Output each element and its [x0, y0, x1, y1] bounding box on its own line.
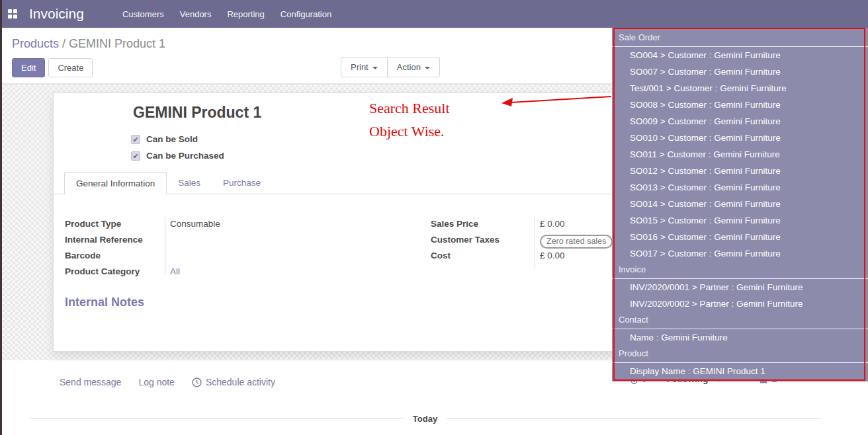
field-group-left: Product TypeConsumableInternal Reference… [65, 219, 343, 282]
field-label: Internal Reference [65, 235, 165, 245]
dropdown-result-item[interactable]: Name : Gemini Furniture [612, 329, 868, 346]
print-button[interactable]: Print [341, 57, 388, 77]
dropdown-result-item[interactable]: SO011 > Customer : Gemini Furniture [612, 146, 868, 163]
dropdown-section-sale-order: Sale Order [612, 30, 868, 47]
dropdown-result-item[interactable]: INV/2020/0002 > Partner : Gemini Furnitu… [612, 296, 868, 312]
today-label: Today [413, 414, 437, 424]
schedule-activity-button[interactable]: Schedule activity [192, 377, 275, 387]
log-note-button[interactable]: Log note [138, 377, 175, 387]
field-label: Customer Taxes [431, 235, 535, 245]
field-value: £ 0.00 [535, 219, 565, 229]
checkbox-label: Can be Purchased [146, 151, 224, 161]
field-value: Consumable [165, 219, 220, 229]
dropdown-section-product: Product [612, 346, 868, 363]
action-caret-icon [425, 67, 430, 69]
search-results-dropdown: Sale OrderSO004 > Customer : Gemini Furn… [612, 28, 868, 381]
tax-badge: Zero rated sales [540, 235, 613, 249]
breadcrumb-products-link[interactable]: Products [12, 37, 59, 50]
today-divider: Today [30, 414, 820, 424]
dropdown-result-item[interactable]: INV/2020/0001 > Partner : Gemini Furnitu… [612, 279, 868, 296]
nav-menu-customers[interactable]: Customers [122, 9, 164, 19]
app-brand[interactable]: Invoicing [29, 6, 84, 22]
field-value: £ 0.00 [535, 251, 565, 260]
action-button[interactable]: Action [387, 57, 440, 77]
nav-menu-reporting[interactable]: Reporting [227, 9, 264, 19]
field-value[interactable]: All [165, 266, 180, 276]
schedule-clock-icon [192, 377, 202, 387]
field-value: Zero rated sales [535, 235, 613, 249]
checkbox-row: ✔Can be Sold [131, 134, 198, 144]
app-window: Invoicing CustomersVendorsReportingConfi… [0, 0, 868, 435]
tab-purchase[interactable]: Purchase [212, 172, 272, 194]
field-label: Product Type [65, 219, 165, 229]
dropdown-result-item[interactable]: Display Name : GEMINI Product 1 [612, 363, 868, 379]
field-label: Product Category [65, 266, 165, 276]
chatter-actions: Send message Log note Schedule activity [60, 377, 275, 387]
breadcrumb: Products / GEMINI Product 1 [12, 37, 165, 51]
print-caret-icon [372, 67, 378, 69]
tab-general-information[interactable]: General Information [64, 172, 167, 194]
checkbox-row: ✔Can be Purchased [131, 151, 224, 161]
tab-sales[interactable]: Sales [167, 172, 212, 194]
dropdown-result-item[interactable]: SO008 > Customer : Gemini Furniture [612, 97, 868, 113]
dropdown-section-contact: Contact [612, 312, 868, 329]
top-navbar: Invoicing CustomersVendorsReportingConfi… [0, 0, 868, 28]
dropdown-result-item[interactable]: SO004 > Customer : Gemini Furniture [612, 47, 868, 63]
checkbox-icon[interactable]: ✔ [131, 151, 140, 161]
annotation-text: Search Result Object Wise. [369, 97, 450, 143]
product-title: GEMINI Product 1 [133, 104, 261, 122]
field-row: Internal Reference [65, 235, 343, 249]
field-row: Product TypeConsumable [65, 219, 343, 233]
dropdown-section-invoice: Invoice [612, 262, 868, 279]
apps-menu-icon[interactable] [8, 9, 17, 19]
dropdown-result-item[interactable]: Test/001 > Customer : Gemini Furniture [612, 80, 868, 97]
nav-menu-configuration[interactable]: Configuration [281, 9, 331, 19]
breadcrumb-current: GEMINI Product 1 [69, 37, 165, 50]
send-message-button[interactable]: Send message [60, 377, 121, 387]
dropdown-result-item[interactable]: SO017 > Customer : Gemini Furniture [612, 245, 868, 262]
navbar-menus: CustomersVendorsReportingConfiguration [122, 9, 331, 19]
dropdown-result-item[interactable]: SO007 > Customer : Gemini Furniture [612, 63, 868, 80]
create-button[interactable]: Create [48, 58, 93, 77]
internal-notes-heading: Internal Notes [65, 296, 144, 309]
dropdown-result-item[interactable]: SO009 > Customer : Gemini Furniture [612, 113, 868, 130]
field-label: Barcode [65, 251, 165, 260]
dropdown-result-item[interactable]: SO013 > Customer : Gemini Furniture [612, 179, 868, 196]
edit-button[interactable]: Edit [12, 58, 45, 77]
dropdown-result-item[interactable]: SO012 > Customer : Gemini Furniture [612, 163, 868, 179]
checkbox-icon[interactable]: ✔ [131, 135, 140, 144]
field-row: Product CategoryAll [65, 266, 343, 280]
window-edge-strip [0, 0, 2, 435]
field-row: Barcode [65, 251, 343, 264]
nav-menu-vendors[interactable]: Vendors [180, 9, 212, 19]
annotation-arrow [500, 90, 614, 111]
field-label: Sales Price [431, 219, 535, 229]
dropdown-result-item[interactable]: SO015 > Customer : Gemini Furniture [612, 212, 868, 229]
field-label: Cost [431, 251, 535, 260]
dropdown-result-item[interactable]: SO016 > Customer : Gemini Furniture [612, 229, 868, 245]
checkbox-label: Can be Sold [146, 134, 198, 144]
dropdown-result-item[interactable]: SO014 > Customer : Gemini Furniture [612, 196, 868, 212]
dropdown-result-item[interactable]: SO010 > Customer : Gemini Furniture [612, 130, 868, 146]
